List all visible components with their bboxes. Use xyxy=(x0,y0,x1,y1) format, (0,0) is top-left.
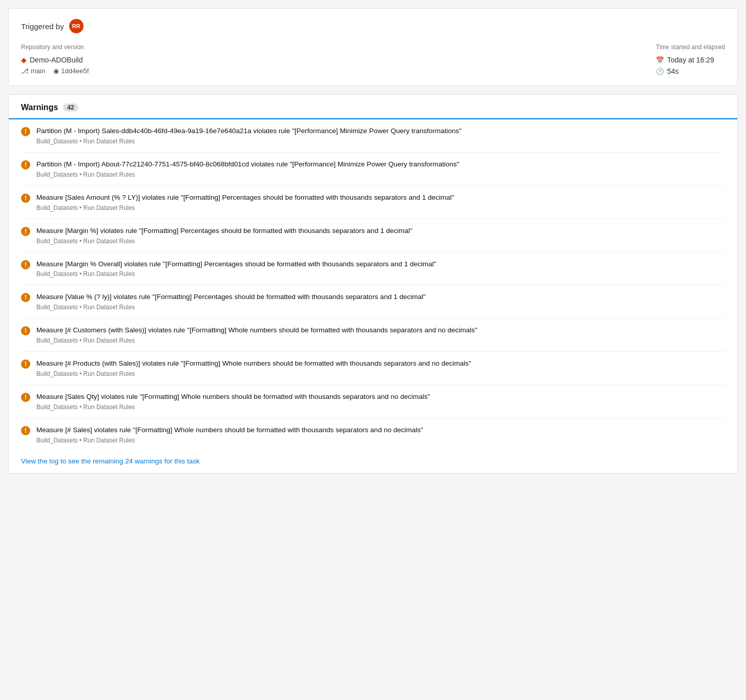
repo-section-label: Repository and version xyxy=(21,44,89,51)
warning-item: ! Measure [# Customers (with Sales)] vio… xyxy=(21,319,725,352)
warning-source: Build_Datasets • Run Dataset Rules xyxy=(36,171,725,178)
warning-message: Measure [# Customers (with Sales)] viola… xyxy=(36,326,725,335)
duration-row: 🕐 54s xyxy=(656,67,725,75)
warning-source: Build_Datasets • Run Dataset Rules xyxy=(36,437,725,444)
warning-content: Measure [# Sales] violates rule "[Format… xyxy=(36,426,725,444)
warning-icon: ! xyxy=(21,293,30,302)
warning-source: Build_Datasets • Run Dataset Rules xyxy=(36,204,725,211)
warning-message: Measure [Margin %] violates rule "[Forma… xyxy=(36,226,725,236)
warning-content: Measure [Sales Qty] violates rule "[Form… xyxy=(36,392,725,411)
warning-source: Build_Datasets • Run Dataset Rules xyxy=(36,238,725,245)
warning-item: ! Partition (M - Import) About-77c21240-… xyxy=(21,153,725,186)
duration-text: 54s xyxy=(667,67,679,75)
time-started-text: Today at 16:29 xyxy=(667,56,714,64)
warning-item: ! Measure [Margin % Overall] violates ru… xyxy=(21,252,725,286)
branch-item: ⎇ main xyxy=(21,67,45,75)
commit-text: 1dd4ee5f xyxy=(61,67,89,75)
warning-item: ! Partition (M - Import) Sales-ddb4c40b-… xyxy=(21,119,725,153)
time-section-label: Time started and elapsed xyxy=(656,44,725,51)
warning-source: Build_Datasets • Run Dataset Rules xyxy=(36,138,725,145)
warning-icon: ! xyxy=(21,194,30,203)
commit-item: ◉ 1dd4ee5f xyxy=(53,67,89,75)
warning-list: ! Partition (M - Import) Sales-ddb4c40b-… xyxy=(9,119,737,451)
warning-icon: ! xyxy=(21,326,30,335)
warning-icon: ! xyxy=(21,393,30,402)
triggered-label: Triggered by xyxy=(21,22,64,31)
warning-content: Measure [Sales Amount (% ? LY)] violates… xyxy=(36,193,725,211)
view-log-link[interactable]: View the log to see the remaining 24 war… xyxy=(9,451,737,473)
warnings-badge: 42 xyxy=(63,103,78,112)
warning-source: Build_Datasets • Run Dataset Rules xyxy=(36,304,725,311)
warning-icon: ! xyxy=(21,127,30,136)
warning-content: Partition (M - Import) About-77c21240-77… xyxy=(36,160,725,178)
warning-item: ! Measure [# Sales] violates rule "[Form… xyxy=(21,418,725,451)
warning-message: Measure [Value % (? ly)] violates rule "… xyxy=(36,292,725,302)
warning-message: Measure [Sales Amount (% ? LY)] violates… xyxy=(36,193,725,203)
warning-icon: ! xyxy=(21,359,30,369)
warning-message: Measure [Sales Qty] violates rule "[Form… xyxy=(36,392,725,402)
repo-icon: ◆ xyxy=(21,56,27,64)
warning-item: ! Measure [Value % (? ly)] violates rule… xyxy=(21,285,725,319)
meta-row: Repository and version ◆ Demo-ADOBuild ⎇… xyxy=(21,44,725,75)
meta-right: Time started and elapsed 📅 Today at 16:2… xyxy=(656,44,725,75)
warning-icon: ! xyxy=(21,260,30,269)
warning-icon: ! xyxy=(21,426,30,435)
commit-icon: ◉ xyxy=(53,67,59,75)
warning-source: Build_Datasets • Run Dataset Rules xyxy=(36,270,725,278)
warnings-header: Warnings 42 xyxy=(9,95,737,119)
warning-message: Partition (M - Import) About-77c21240-77… xyxy=(36,160,725,169)
branch-text: main xyxy=(31,67,45,75)
warning-source: Build_Datasets • Run Dataset Rules xyxy=(36,337,725,344)
warning-source: Build_Datasets • Run Dataset Rules xyxy=(36,404,725,411)
warning-message: Measure [Margin % Overall] violates rule… xyxy=(36,260,725,269)
warning-content: Partition (M - Import) Sales-ddb4c40b-46… xyxy=(36,126,725,145)
warning-content: Measure [Margin %] violates rule "[Forma… xyxy=(36,226,725,245)
warning-item: ! Measure [Sales Qty] violates rule "[Fo… xyxy=(21,385,725,418)
warning-item: ! Measure [Margin %] violates rule "[For… xyxy=(21,219,725,252)
triggered-card: Triggered by RR Repository and version ◆… xyxy=(8,8,738,86)
warning-source: Build_Datasets • Run Dataset Rules xyxy=(36,370,725,377)
branch-icon: ⎇ xyxy=(21,67,29,75)
warning-message: Partition (M - Import) Sales-ddb4c40b-46… xyxy=(36,126,725,136)
warning-item: ! Measure [# Products (with Sales)] viol… xyxy=(21,352,725,385)
warning-message: Measure [# Sales] violates rule "[Format… xyxy=(36,426,725,435)
warning-message: Measure [# Products (with Sales)] violat… xyxy=(36,359,725,369)
warning-content: Measure [Value % (? ly)] violates rule "… xyxy=(36,292,725,311)
warning-item: ! Measure [Sales Amount (% ? LY)] violat… xyxy=(21,186,725,219)
warning-content: Measure [# Customers (with Sales)] viola… xyxy=(36,326,725,344)
warnings-title: Warnings xyxy=(21,103,58,112)
clock-icon: 🕐 xyxy=(656,68,664,75)
warning-content: Measure [Margin % Overall] violates rule… xyxy=(36,260,725,278)
warnings-card: Warnings 42 ! Partition (M - Import) Sal… xyxy=(8,94,738,474)
meta-left: Repository and version ◆ Demo-ADOBuild ⎇… xyxy=(21,44,89,75)
repo-name-text: Demo-ADOBuild xyxy=(30,56,82,64)
time-started-row: 📅 Today at 16:29 xyxy=(656,56,725,64)
calendar-icon: 📅 xyxy=(656,56,664,64)
triggered-row: Triggered by RR xyxy=(21,19,725,33)
warning-icon: ! xyxy=(21,160,30,169)
warning-content: Measure [# Products (with Sales)] violat… xyxy=(36,359,725,377)
avatar: RR xyxy=(69,19,84,33)
repo-name: ◆ Demo-ADOBuild xyxy=(21,56,89,64)
warning-icon: ! xyxy=(21,227,30,236)
branch-commit: ⎇ main ◉ 1dd4ee5f xyxy=(21,67,89,75)
